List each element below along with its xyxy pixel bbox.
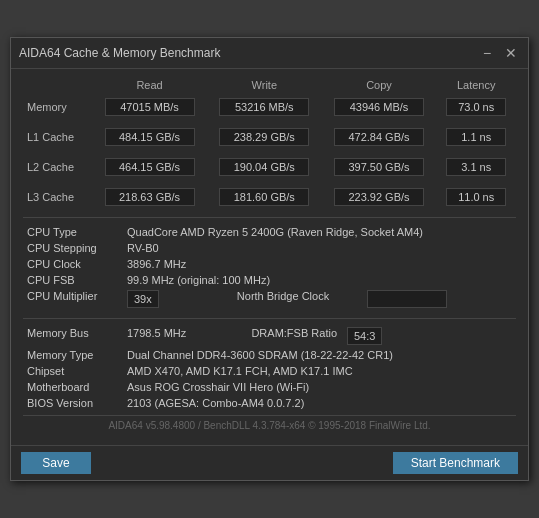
row-read: 218.63 GB/s: [92, 185, 207, 209]
cpu-stepping-value: RV-B0: [123, 240, 516, 256]
title-bar-buttons: − ✕: [478, 44, 520, 62]
row-read: 464.15 GB/s: [92, 155, 207, 179]
table-row: CPU Clock 3896.7 MHz: [23, 256, 516, 272]
col-header-write: Write: [207, 77, 322, 95]
table-row: L1 Cache484.15 GB/s238.29 GB/s472.84 GB/…: [23, 125, 516, 149]
cpu-fsb-value: 99.9 MHz (original: 100 MHz): [123, 272, 516, 288]
nb-clock-label: North Bridge Clock: [203, 288, 363, 312]
write-value: 181.60 GB/s: [219, 188, 309, 206]
cpu-multiplier-cell: 39x: [123, 288, 203, 312]
bottom-bar: Save Start Benchmark: [11, 445, 528, 480]
cpu-multiplier-value: 39x: [127, 290, 159, 308]
write-value: 53216 MB/s: [219, 98, 309, 116]
row-label: L3 Cache: [23, 185, 92, 209]
table-row: Motherboard Asus ROG Crosshair VII Hero …: [23, 379, 516, 395]
motherboard-label: Motherboard: [23, 379, 123, 395]
row-label: L2 Cache: [23, 155, 92, 179]
memory-type-value: Dual Channel DDR4-3600 SDRAM (18-22-22-4…: [123, 347, 516, 363]
cpu-stepping-label: CPU Stepping: [23, 240, 123, 256]
copy-value: 223.92 GB/s: [334, 188, 424, 206]
divider-2: [23, 318, 516, 319]
row-write: 238.29 GB/s: [207, 125, 322, 149]
cpu-multiplier-label: CPU Multiplier: [23, 288, 123, 312]
read-value: 464.15 GB/s: [105, 158, 195, 176]
main-content: Read Write Copy Latency Memory47015 MB/s…: [11, 69, 528, 445]
benchmark-button[interactable]: Start Benchmark: [393, 452, 518, 474]
row-label: L1 Cache: [23, 125, 92, 149]
latency-value: 3.1 ns: [446, 158, 506, 176]
table-row: CPU FSB 99.9 MHz (original: 100 MHz): [23, 272, 516, 288]
row-write: 53216 MB/s: [207, 95, 322, 119]
table-row: Memory Bus 1798.5 MHz DRAM:FSB Ratio 54:…: [23, 325, 516, 347]
table-row: BIOS Version 2103 (AGESA: Combo-AM4 0.0.…: [23, 395, 516, 411]
write-value: 190.04 GB/s: [219, 158, 309, 176]
row-latency: 73.0 ns: [436, 95, 516, 119]
cpu-fsb-label: CPU FSB: [23, 272, 123, 288]
col-header-copy: Copy: [322, 77, 437, 95]
col-header-label: [23, 77, 92, 95]
dram-fsb-label: DRAM:FSB Ratio: [243, 325, 343, 347]
cpu-clock-value: 3896.7 MHz: [123, 256, 516, 272]
col-header-latency: Latency: [436, 77, 516, 95]
copy-value: 472.84 GB/s: [334, 128, 424, 146]
row-copy: 397.50 GB/s: [322, 155, 437, 179]
read-value: 47015 MB/s: [105, 98, 195, 116]
bios-label: BIOS Version: [23, 395, 123, 411]
title-bar: AIDA64 Cache & Memory Benchmark − ✕: [11, 38, 528, 69]
cpu-info-table: CPU Type QuadCore AMD Ryzen 5 2400G (Rav…: [23, 224, 516, 312]
table-row: Memory47015 MB/s53216 MB/s43946 MB/s73.0…: [23, 95, 516, 119]
row-read: 484.15 GB/s: [92, 125, 207, 149]
table-row: CPU Stepping RV-B0: [23, 240, 516, 256]
row-write: 181.60 GB/s: [207, 185, 322, 209]
row-copy: 43946 MB/s: [322, 95, 437, 119]
row-write: 190.04 GB/s: [207, 155, 322, 179]
nb-clock-value: [367, 290, 447, 308]
copy-value: 397.50 GB/s: [334, 158, 424, 176]
dram-fsb-value: 54:3: [343, 325, 516, 347]
cpu-clock-label: CPU Clock: [23, 256, 123, 272]
cpu-type-label: CPU Type: [23, 224, 123, 240]
row-copy: 223.92 GB/s: [322, 185, 437, 209]
row-latency: 1.1 ns: [436, 125, 516, 149]
memory-type-label: Memory Type: [23, 347, 123, 363]
cpu-type-value: QuadCore AMD Ryzen 5 2400G (Raven Ridge,…: [123, 224, 516, 240]
read-value: 484.15 GB/s: [105, 128, 195, 146]
col-header-read: Read: [92, 77, 207, 95]
row-latency: 11.0 ns: [436, 185, 516, 209]
motherboard-value: Asus ROG Crosshair VII Hero (Wi-Fi): [123, 379, 516, 395]
read-value: 218.63 GB/s: [105, 188, 195, 206]
chipset-value: AMD X470, AMD K17.1 FCH, AMD K17.1 IMC: [123, 363, 516, 379]
nb-clock-cell: [363, 288, 516, 312]
table-row: L2 Cache464.15 GB/s190.04 GB/s397.50 GB/…: [23, 155, 516, 179]
dram-fsb-ratio: 54:3: [347, 327, 382, 345]
latency-value: 1.1 ns: [446, 128, 506, 146]
divider-1: [23, 217, 516, 218]
table-row: L3 Cache218.63 GB/s181.60 GB/s223.92 GB/…: [23, 185, 516, 209]
window-title: AIDA64 Cache & Memory Benchmark: [19, 46, 220, 60]
main-window: AIDA64 Cache & Memory Benchmark − ✕ Read…: [10, 37, 529, 481]
row-copy: 472.84 GB/s: [322, 125, 437, 149]
bottom-bar-inner: Save Start Benchmark: [21, 452, 518, 474]
table-row: CPU Multiplier 39x North Bridge Clock: [23, 288, 516, 312]
table-row: CPU Type QuadCore AMD Ryzen 5 2400G (Rav…: [23, 224, 516, 240]
memory-bus-label: Memory Bus: [23, 325, 123, 347]
minimize-button[interactable]: −: [478, 44, 496, 62]
row-latency: 3.1 ns: [436, 155, 516, 179]
footer-text: AIDA64 v5.98.4800 / BenchDLL 4.3.784-x64…: [23, 415, 516, 437]
benchmark-table: Read Write Copy Latency Memory47015 MB/s…: [23, 77, 516, 209]
memory-bus-value: 1798.5 MHz: [123, 325, 243, 347]
write-value: 238.29 GB/s: [219, 128, 309, 146]
row-read: 47015 MB/s: [92, 95, 207, 119]
save-button[interactable]: Save: [21, 452, 91, 474]
close-button[interactable]: ✕: [502, 44, 520, 62]
memory-info-table: Memory Bus 1798.5 MHz DRAM:FSB Ratio 54:…: [23, 325, 516, 411]
latency-value: 11.0 ns: [446, 188, 506, 206]
copy-value: 43946 MB/s: [334, 98, 424, 116]
latency-value: 73.0 ns: [446, 98, 506, 116]
chipset-label: Chipset: [23, 363, 123, 379]
table-row: Chipset AMD X470, AMD K17.1 FCH, AMD K17…: [23, 363, 516, 379]
table-row: Memory Type Dual Channel DDR4-3600 SDRAM…: [23, 347, 516, 363]
bios-value: 2103 (AGESA: Combo-AM4 0.0.7.2): [123, 395, 516, 411]
row-label: Memory: [23, 95, 92, 119]
